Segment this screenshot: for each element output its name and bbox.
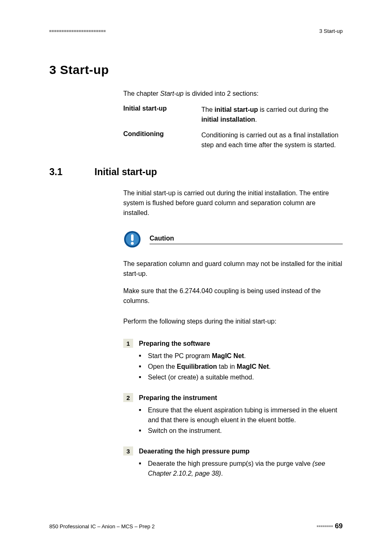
page-footer: 850 Professional IC – Anion – MCS – Prep…: [49, 522, 343, 530]
step-number: 2: [123, 393, 133, 402]
step-block: 3 Deaerating the high pressure pump Deae…: [123, 446, 343, 479]
list-item: Ensure that the eluent aspiration tubing…: [139, 405, 343, 425]
list-item: Open the Equilibration tab in MagIC Net.: [139, 362, 343, 372]
text-fragment: .: [269, 363, 270, 370]
step-header: 3 Deaerating the high pressure pump: [123, 446, 343, 456]
definition-term: Initial start-up: [123, 105, 201, 125]
list-item: Select (or create) a suitable method.: [139, 372, 343, 382]
text-fragment: The: [201, 106, 214, 113]
section-body-text: The initial start-up is carried out duri…: [123, 188, 343, 218]
text-fragment: .: [255, 116, 257, 123]
caution-label-wrap: Caution: [150, 235, 343, 244]
text-fragment: .: [244, 352, 246, 359]
step-bullet-list: Deaerate the high pressure pump(s) via t…: [139, 459, 343, 479]
page-number: 69: [335, 522, 343, 530]
text-fragment: Deaerate the high pressure pump(s) via t…: [148, 460, 312, 467]
bold-text: MagIC Net: [212, 352, 244, 359]
header-chapter-label: 3 Start-up: [319, 28, 343, 34]
step-bullet-list: Ensure that the eluent aspiration tubing…: [139, 405, 343, 436]
definition-list: Initial start-up The initial start-up is…: [123, 105, 343, 150]
chapter-title: 3 Start-up: [49, 63, 343, 77]
step-block: 2 Preparing the instrument Ensure that t…: [123, 393, 343, 436]
step-number: 3: [123, 446, 133, 456]
svg-rect-2: [131, 234, 134, 241]
bold-text: MagIC Net: [237, 363, 269, 370]
text-fragment: Open the: [148, 363, 177, 370]
caution-label: Caution: [150, 235, 174, 242]
section-title: Initial start-up: [95, 166, 157, 178]
step-number: 1: [123, 339, 133, 348]
intro-text: The chapter Start-up is divided into 2 s…: [123, 89, 343, 98]
perform-steps-text: Perform the following steps during the i…: [123, 317, 343, 326]
list-item: Switch on the instrument.: [139, 426, 343, 436]
step-bullet-list: Start the PC program MagIC Net. Open the…: [139, 351, 343, 382]
caution-paragraph: The separation column and guard column m…: [123, 259, 343, 279]
step-block: 1 Preparing the software Start the PC pr…: [123, 339, 343, 382]
caution-header: Caution: [123, 230, 343, 248]
text-fragment: Start the PC program: [148, 352, 212, 359]
definition-description: The initial start-up is carried out duri…: [201, 105, 343, 125]
definition-term: Conditioning: [123, 130, 201, 150]
footer-doc-title: 850 Professional IC – Anion – MCS – Prep…: [49, 523, 155, 530]
step-header: 1 Preparing the software: [123, 339, 343, 348]
list-item: Deaerate the high pressure pump(s) via t…: [139, 459, 343, 479]
section-number: 3.1: [49, 166, 95, 178]
step-title: Preparing the instrument: [139, 394, 217, 402]
bold-text: initial start-up: [214, 106, 258, 113]
step-title: Deaerating the high pressure pump: [139, 448, 249, 455]
bold-text: initial installation: [201, 116, 255, 123]
caution-block: Caution The separation column and guard …: [123, 230, 343, 306]
text-fragment: is carried out during the: [258, 106, 329, 113]
step-title: Preparing the software: [139, 340, 210, 347]
step-header: 2 Preparing the instrument: [123, 393, 343, 402]
bold-text: Equilibration: [177, 363, 217, 370]
footer-right: 69: [317, 522, 343, 530]
definition-row: Conditioning Conditioning is carried out…: [123, 130, 343, 150]
definition-row: Initial start-up The initial start-up is…: [123, 105, 343, 125]
definition-description: Conditioning is carried out as a final i…: [201, 130, 343, 150]
footer-tick-marks: [317, 525, 333, 527]
text-fragment: .: [221, 470, 223, 477]
header-tick-marks: [49, 30, 106, 32]
section-heading: 3.1 Initial start-up: [49, 166, 343, 178]
caution-icon: [123, 230, 141, 248]
list-item: Start the PC program MagIC Net.: [139, 351, 343, 361]
caution-paragraph: Make sure that the 6.2744.040 coupling i…: [123, 286, 343, 306]
svg-point-3: [131, 242, 134, 245]
page-header: 3 Start-up: [49, 28, 343, 34]
text-fragment: tab in: [217, 363, 237, 370]
